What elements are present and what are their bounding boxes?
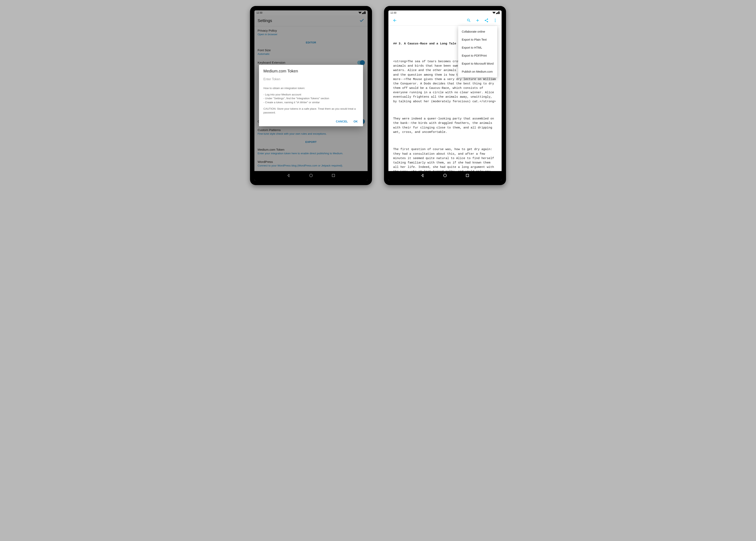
howto-step: - Under "Settings", find the "Integratio… bbox=[263, 96, 359, 100]
howto-step: - Log into your Medium account bbox=[263, 93, 359, 97]
editor-app-bar bbox=[388, 15, 502, 26]
menu-export-word[interactable]: Export to Microsoft Word bbox=[458, 60, 497, 68]
menu-export-plain-text[interactable]: Export to Plain Text bbox=[458, 36, 497, 44]
tablet-settings: 12:30 Settings Privacy Policy Open in br… bbox=[250, 6, 372, 185]
svg-point-4 bbox=[495, 21, 496, 22]
svg-point-2 bbox=[495, 19, 496, 19]
screen-settings: 12:30 Settings Privacy Policy Open in br… bbox=[254, 10, 368, 181]
svg-point-5 bbox=[444, 174, 447, 177]
screen-editor: 12:30 ## bbox=[388, 10, 502, 181]
dialog-title: Medium.com Token bbox=[263, 69, 359, 73]
medium-token-dialog: Medium.com Token Enter Token How to obta… bbox=[259, 65, 363, 126]
menu-export-html[interactable]: Export to HTML bbox=[458, 44, 497, 52]
wifi-icon bbox=[493, 12, 496, 14]
back-icon[interactable] bbox=[391, 16, 399, 24]
status-icons bbox=[493, 12, 500, 14]
dialog-body: How to obtain an integration token: - Lo… bbox=[263, 86, 359, 115]
nav-recent-icon[interactable] bbox=[465, 173, 470, 179]
howto-heading: How to obtain an integration token: bbox=[263, 86, 359, 90]
overflow-menu-icon[interactable] bbox=[491, 16, 499, 24]
share-icon[interactable] bbox=[482, 16, 490, 24]
add-icon[interactable] bbox=[474, 16, 482, 24]
signal-icon bbox=[496, 12, 498, 14]
ok-button[interactable]: OK bbox=[353, 120, 358, 123]
svg-rect-6 bbox=[466, 174, 469, 177]
dialog-actions: CANCEL OK bbox=[263, 117, 359, 124]
menu-export-pdf[interactable]: Export to PDF/Print bbox=[458, 52, 497, 60]
share-menu: Collaborate online Export to Plain Text … bbox=[458, 26, 497, 77]
cancel-button[interactable]: CANCEL bbox=[336, 120, 348, 123]
token-input[interactable]: Enter Token bbox=[263, 77, 359, 83]
svg-point-3 bbox=[495, 20, 496, 21]
status-bar: 12:30 bbox=[388, 10, 502, 15]
tablet-editor: 12:30 ## bbox=[384, 6, 506, 185]
battery-icon bbox=[498, 12, 500, 14]
nav-bar bbox=[388, 171, 502, 181]
nav-home-icon[interactable] bbox=[443, 173, 447, 179]
howto-step: - Create a token, naming it "iA Writer" … bbox=[263, 100, 359, 105]
menu-collaborate-online[interactable]: Collaborate online bbox=[458, 28, 497, 36]
caution-text: CAUTION: Store your tokens in a safe pla… bbox=[263, 107, 359, 115]
menu-publish-medium[interactable]: Publish on Medium.com bbox=[458, 68, 497, 76]
status-time: 12:30 bbox=[390, 11, 493, 14]
doc-paragraph: They were indeed a queer-looking party t… bbox=[393, 117, 497, 135]
search-icon[interactable] bbox=[465, 16, 473, 24]
nav-back-icon[interactable] bbox=[420, 173, 425, 179]
